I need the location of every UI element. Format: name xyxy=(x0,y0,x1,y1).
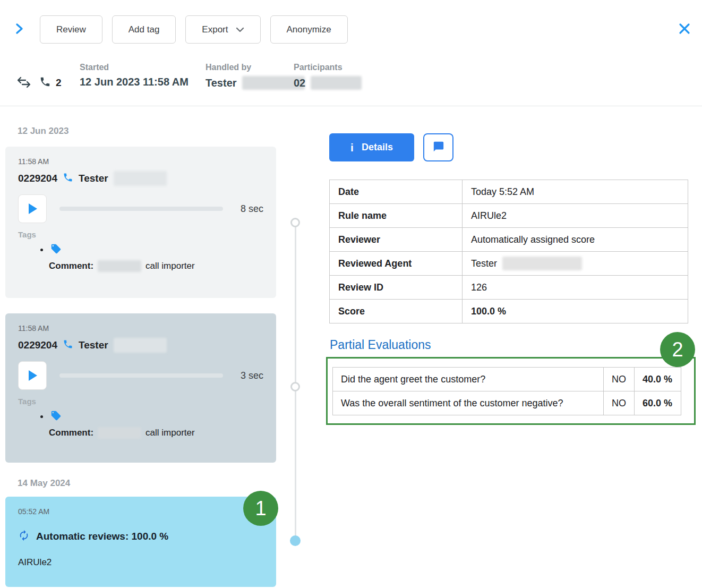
participants-value: 02 xyxy=(294,77,305,89)
redacted-text xyxy=(311,76,362,90)
evaluation-question: Was the overall sentiment of the custome… xyxy=(333,391,604,415)
call-number: 0229204 xyxy=(18,173,57,184)
call-time: 11:58 AM xyxy=(18,324,263,333)
evaluation-answer: NO xyxy=(604,391,635,415)
export-button-label: Export xyxy=(202,24,228,35)
partial-evaluations-box: Did the agent greet the customer? NO 40.… xyxy=(326,357,696,425)
evaluation-answer: NO xyxy=(604,368,635,391)
comment-label: Comment: xyxy=(49,428,93,438)
info-icon: i xyxy=(350,141,354,154)
annotation-badge-2: 2 xyxy=(660,332,695,367)
call-duration: 3 sec xyxy=(236,370,263,381)
table-row: Reviewer Automatically assigned score xyxy=(330,228,688,252)
review-time: 05:52 AM xyxy=(18,507,263,516)
handled-by-value: Tester xyxy=(206,77,237,89)
chevron-down-icon xyxy=(236,24,244,35)
anonymize-button-label: Anonymize xyxy=(287,24,331,35)
comment-button[interactable] xyxy=(423,133,453,161)
chat-bubble-icon xyxy=(433,141,444,154)
auto-review-icon xyxy=(18,530,30,543)
participants-column: Participants 02 xyxy=(294,63,362,90)
add-tag-button-label: Add tag xyxy=(129,24,160,35)
evaluation-row: Did the agent greet the customer? NO 40.… xyxy=(333,368,681,391)
redacted-text xyxy=(114,338,167,353)
timeline-dot xyxy=(290,382,300,391)
score-value: 100.0 % xyxy=(463,300,688,323)
table-row: Review ID 126 xyxy=(330,276,688,300)
handled-by-label: Handled by xyxy=(206,63,305,72)
call-count: 2 xyxy=(56,77,62,89)
row-label: Rule name xyxy=(330,204,463,228)
row-label: Reviewed Agent xyxy=(330,252,463,276)
bullet-icon xyxy=(40,415,43,418)
timeline-card-call[interactable]: 11:58 AM 0229204 Tester 8 sec Tags Comme… xyxy=(5,147,276,298)
swap-horizontal-icon xyxy=(17,76,31,88)
agent-name: Tester xyxy=(79,339,108,351)
row-value: Tester xyxy=(463,252,688,276)
handled-by-column: Handled by Tester xyxy=(206,63,305,90)
chevron-right-icon[interactable] xyxy=(12,21,27,36)
phone-icon xyxy=(63,172,73,185)
evaluation-score: 40.0 % xyxy=(635,368,681,391)
row-value: Automatically assigned score xyxy=(463,228,688,252)
timeline-card-call[interactable]: 11:58 AM 0229204 Tester 3 sec Tags Comme… xyxy=(5,313,276,463)
call-duration: 8 sec xyxy=(236,203,263,215)
tag-icon xyxy=(50,243,62,257)
close-icon[interactable] xyxy=(678,22,692,37)
timeline-dot-active xyxy=(290,535,301,546)
evaluation-row: Was the overall sentiment of the custome… xyxy=(333,391,681,415)
tag-icon xyxy=(50,410,62,423)
details-button[interactable]: i Details xyxy=(329,133,414,161)
bullet-icon xyxy=(40,249,43,251)
play-button[interactable] xyxy=(18,361,47,390)
toolbar: Review Add tag Export Anonymize xyxy=(40,15,348,44)
annotation-badge-1: 1 xyxy=(243,491,278,526)
header-divider xyxy=(0,106,702,106)
started-label: Started xyxy=(80,63,189,72)
started-column: Started 12 Jun 2023 11:58 AM xyxy=(80,63,189,88)
partial-evaluations-table: Did the agent greet the customer? NO 40.… xyxy=(332,367,681,415)
table-row: Reviewed Agent Tester xyxy=(330,252,688,276)
review-button-label: Review xyxy=(56,24,86,35)
comment-label: Comment: xyxy=(49,261,93,271)
review-button[interactable]: Review xyxy=(40,15,102,44)
export-button[interactable]: Export xyxy=(185,15,260,44)
anonymize-button[interactable]: Anonymize xyxy=(270,15,348,44)
call-review-panel: Review Add tag Export Anonymize 2 Starte… xyxy=(0,0,702,588)
comment-text: call importer xyxy=(145,428,195,438)
redacted-text xyxy=(114,171,167,186)
table-row: Rule name AIRUle2 xyxy=(330,204,688,228)
play-button[interactable] xyxy=(18,194,47,223)
review-details-table: Date Today 5:52 AM Rule name AIRUle2 Rev… xyxy=(329,180,688,323)
call-number: 0229204 xyxy=(18,339,57,351)
audio-progress-bar[interactable] xyxy=(59,207,223,211)
timeline-date-heading: 12 Jun 2023 xyxy=(18,126,69,137)
audio-progress-bar[interactable] xyxy=(59,373,223,378)
details-button-label: Details xyxy=(362,142,393,153)
redacted-text xyxy=(98,260,141,272)
row-label: Score xyxy=(330,300,463,323)
agent-name: Tester xyxy=(79,173,108,184)
add-tag-button[interactable]: Add tag xyxy=(112,15,176,44)
timeline-card-automatic-review[interactable]: 05:52 AM Automatic reviews: 100.0 % AIRU… xyxy=(5,497,276,587)
table-row: Date Today 5:52 AM xyxy=(330,180,688,204)
automatic-review-title: Automatic reviews: 100.0 % xyxy=(36,531,168,542)
phone-icon xyxy=(63,339,73,352)
table-row: Score 100.0 % xyxy=(330,300,688,323)
evaluation-score: 60.0 % xyxy=(635,391,681,415)
reviewed-agent-name: Tester xyxy=(471,258,497,269)
row-value: AIRUle2 xyxy=(463,204,688,228)
evaluation-question: Did the agent greet the customer? xyxy=(333,368,604,391)
row-label: Date xyxy=(330,180,463,204)
row-value: Today 5:52 AM xyxy=(463,180,688,204)
row-value: 126 xyxy=(463,276,688,300)
row-label: Reviewer xyxy=(330,228,463,252)
call-count-group: 2 xyxy=(39,76,62,90)
rule-name: AIRUle2 xyxy=(18,557,263,568)
redacted-text xyxy=(502,257,582,270)
partial-evaluations-heading: Partial Evaluations xyxy=(330,338,431,352)
redacted-text xyxy=(98,427,141,439)
comment-text: call importer xyxy=(145,261,195,271)
participants-label: Participants xyxy=(294,63,362,72)
phone-icon xyxy=(39,76,51,90)
